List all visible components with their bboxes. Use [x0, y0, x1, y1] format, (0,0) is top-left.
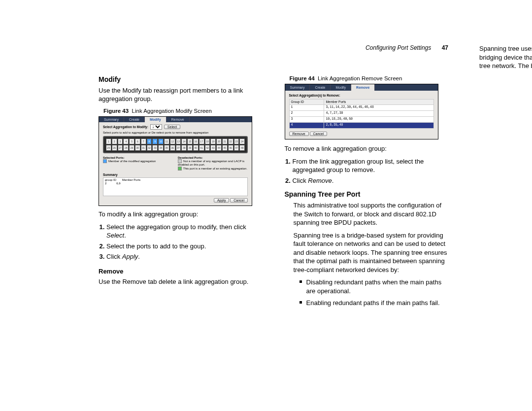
port-42[interactable]: 42 [205, 145, 210, 151]
port-33[interactable]: 33 [152, 145, 158, 151]
port-18[interactable]: 18 [205, 138, 210, 144]
port-45[interactable]: 45 [222, 145, 228, 151]
port-2[interactable]: 2 [112, 138, 117, 144]
port-12[interactable]: 12 [170, 138, 175, 144]
summary-box: group ID Member Ports 2 6,9 [103, 177, 248, 196]
port-16[interactable]: 16 [193, 138, 199, 144]
stp-p3: Spanning tree uses a distributed algorit… [470, 44, 532, 70]
figure44: Summary Create Modify Remove Select Aggr… [285, 84, 438, 139]
tab-create[interactable]: Create [310, 84, 331, 91]
remove-button[interactable]: Remove [289, 132, 309, 136]
modify-step-1: Select the aggregation group to modify, … [106, 223, 263, 240]
apply-button[interactable]: Apply [214, 198, 230, 203]
heading-stp: Spanning Tree per Port [285, 190, 449, 199]
port-5[interactable]: 5 [129, 138, 134, 144]
port-4[interactable]: 4 [123, 138, 129, 144]
aggregation-select[interactable]: 2 [150, 124, 162, 130]
stp-bullet-1: Disabling redundant paths when the main … [299, 278, 449, 295]
port-27[interactable]: 27 [118, 145, 123, 151]
port-36[interactable]: 36 [170, 145, 175, 151]
table-row: 310,18,29,40,50 [289, 117, 433, 123]
port-panel: 123456789101112131415161718192021222324 … [103, 136, 248, 153]
port-46[interactable]: 46 [228, 145, 233, 151]
port-41[interactable]: 41 [199, 145, 204, 151]
running-title: Configuring Port Settings [366, 44, 431, 51]
fig43-tabbar: Summary Create Modify Remove [99, 117, 252, 123]
heading-modify: Modify [99, 75, 263, 84]
port-31[interactable]: 31 [141, 145, 146, 151]
modify-lead: To modify a link aggregation group: [99, 210, 263, 219]
port-22[interactable]: 22 [228, 138, 233, 144]
figure43-caption: Figure 43 Link Aggregation Modify Screen [103, 107, 263, 115]
port-25[interactable]: 25 [106, 145, 111, 151]
port-38[interactable]: 38 [181, 145, 187, 151]
aggregation-table[interactable]: Group IDMember Ports 13,11,14,22,30,44,4… [289, 99, 434, 129]
port-23[interactable]: 23 [234, 138, 239, 144]
port-44[interactable]: 44 [216, 145, 222, 151]
port-28[interactable]: 28 [123, 145, 129, 151]
tab-modify[interactable]: Modify [331, 84, 351, 91]
modify-step-2: Select the ports to add to the goup. [106, 242, 263, 251]
port-32[interactable]: 32 [147, 145, 152, 151]
port-13[interactable]: 13 [176, 138, 181, 144]
stp-p1: This administrative tool supports the co… [285, 201, 449, 227]
port-17[interactable]: 17 [199, 138, 204, 144]
port-43[interactable]: 43 [210, 145, 216, 151]
port-8[interactable]: 8 [147, 138, 152, 144]
port-19[interactable]: 19 [210, 138, 216, 144]
port-30[interactable]: 30 [135, 145, 140, 151]
swatch-green-icon [178, 167, 182, 171]
port-10[interactable]: 10 [158, 138, 164, 144]
port-instruction: Select ports to add to aggregation or De… [103, 131, 248, 135]
deselected-ports-header: Deselected Ports: [178, 156, 248, 160]
running-header: Configuring Port Settings 47 [366, 44, 448, 51]
port-37[interactable]: 37 [176, 145, 181, 151]
tab-summary[interactable]: Summary [99, 117, 124, 123]
port-29[interactable]: 29 [129, 145, 134, 151]
port-3[interactable]: 3 [118, 138, 123, 144]
fig44-tabbar: Summary Create Modify Remove [285, 84, 438, 91]
port-39[interactable]: 39 [187, 145, 193, 151]
modify-intro: Use the Modify tab reassign port members… [99, 86, 263, 103]
table-row: 13,11,14,22,30,44,45,46,48 [289, 105, 433, 111]
table-row-selected: 42,8,35,49 [289, 122, 433, 128]
swatch-blue-icon [103, 159, 107, 163]
table-row: 24,7,27,39 [289, 111, 433, 117]
tab-create[interactable]: Create [124, 117, 145, 123]
port-47[interactable]: 47 [234, 145, 239, 151]
tab-modify[interactable]: Modify [145, 117, 166, 123]
port-9[interactable]: 9 [152, 138, 158, 144]
port-40[interactable]: 40 [193, 145, 199, 151]
port-11[interactable]: 11 [164, 138, 169, 144]
port-48[interactable]: 48 [239, 145, 245, 151]
port-24[interactable]: 24 [239, 138, 245, 144]
remove-intro: Use the Remove tab delete a link aggrega… [99, 277, 263, 286]
select-button[interactable]: Select [164, 125, 180, 129]
port-1[interactable]: 1 [106, 138, 111, 144]
tab-remove[interactable]: Remove [166, 117, 190, 123]
port-20[interactable]: 20 [216, 138, 222, 144]
port-15[interactable]: 15 [187, 138, 193, 144]
tab-remove[interactable]: Remove [351, 84, 375, 91]
figure43: Summary Create Modify Remove Select Aggr… [99, 116, 252, 206]
figure44-caption: Figure 44 Link Aggregation Remove Screen [290, 75, 449, 83]
stp-bullet-2: Enabling redundant paths if the main pat… [299, 299, 449, 308]
port-26[interactable]: 26 [112, 145, 117, 151]
remove-steps: From the link aggregation group list, se… [285, 157, 449, 185]
modify-steps: Select the aggregation group to modify, … [99, 223, 263, 261]
cancel-button[interactable]: Cancel [310, 132, 328, 136]
heading-remove: Remove [99, 267, 263, 276]
remove-step-1: From the link aggregation group list, se… [293, 157, 449, 174]
remove-select-title: Select Aggregation(s) to Remove: [289, 94, 434, 98]
port-6[interactable]: 6 [135, 138, 140, 144]
port-35[interactable]: 35 [164, 145, 169, 151]
selected-ports-header: Selected Ports: [103, 156, 173, 160]
port-21[interactable]: 21 [222, 138, 228, 144]
stp-bullets: Disabling redundant paths when the main … [285, 278, 449, 307]
port-34[interactable]: 34 [158, 145, 164, 151]
port-7[interactable]: 7 [141, 138, 146, 144]
swatch-grey-icon [178, 159, 182, 163]
cancel-button[interactable]: Cancel [230, 198, 248, 203]
tab-summary[interactable]: Summary [285, 84, 310, 91]
port-14[interactable]: 14 [181, 138, 187, 144]
